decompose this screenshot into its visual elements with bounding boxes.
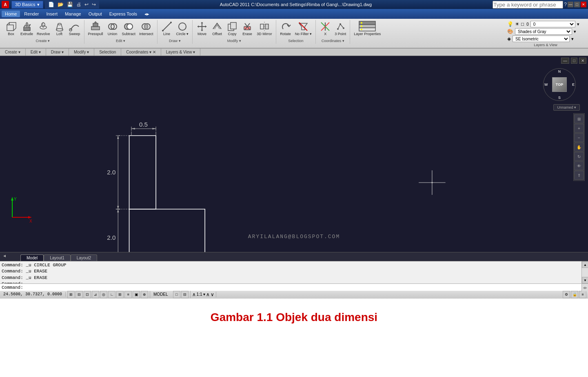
- menu-extra[interactable]: ◂▸: [141, 11, 153, 18]
- sweep-button[interactable]: Sweep: [68, 20, 82, 37]
- svg-text:X: X: [29, 219, 32, 223]
- menu-output[interactable]: Output: [85, 11, 105, 17]
- offset-button[interactable]: Offset: [210, 20, 224, 37]
- ribbon-group-create: Box Extrude: [2, 20, 84, 44]
- settings-icon[interactable]: ⚙: [563, 291, 570, 298]
- command-lines: Command: _u CIRCLE GROUP Command: _u ERA…: [0, 261, 588, 283]
- cmd-scroll-down[interactable]: ▼: [582, 277, 588, 283]
- line-button[interactable]: Line: [160, 20, 174, 37]
- union-button[interactable]: Union: [106, 20, 120, 37]
- restore-button[interactable]: □: [574, 2, 580, 7]
- rotate-icon: [280, 21, 291, 32]
- intersect-button[interactable]: Intersect: [138, 20, 155, 37]
- sel-cycling-icon[interactable]: ⊕: [141, 291, 148, 298]
- circle-button[interactable]: Circle ▾: [175, 20, 190, 37]
- canvas-close-button[interactable]: ✕: [579, 58, 586, 64]
- move-button[interactable]: Move: [195, 20, 209, 37]
- rb-selection[interactable]: Selection: [94, 49, 121, 56]
- subtract-button[interactable]: Subtract: [121, 20, 137, 37]
- tab-model[interactable]: Model: [20, 254, 44, 261]
- svg-text:Y: Y: [14, 197, 17, 201]
- sweep-label: Sweep: [69, 32, 80, 36]
- grid-icon[interactable]: ⊟: [75, 291, 83, 298]
- command-input[interactable]: [23, 285, 586, 290]
- rb-coordinates[interactable]: Coordinates ▾ ✕: [121, 49, 161, 56]
- box-icon: [5, 21, 17, 32]
- snap-icon[interactable]: ⊞: [67, 291, 75, 298]
- viewport-icon[interactable]: ⊟: [181, 291, 189, 298]
- otrack-icon[interactable]: ∟: [108, 291, 115, 298]
- menu-home[interactable]: Home: [2, 11, 20, 17]
- presspull-button[interactable]: Presspull: [87, 20, 104, 37]
- model-paper-icon[interactable]: □: [173, 291, 180, 298]
- nofilter-label: No Filter ▾: [295, 32, 312, 36]
- new-icon[interactable]: 📄: [47, 1, 55, 8]
- redo-icon[interactable]: ↪: [91, 1, 97, 8]
- layer-row-3: ◈ SE Isometric ▾: [507, 36, 584, 42]
- ortho-icon[interactable]: ⊡: [84, 291, 91, 298]
- revolve-icon: [38, 21, 49, 32]
- menu-express-tools[interactable]: Express Tools: [106, 11, 140, 17]
- print-icon[interactable]: 🖨: [75, 1, 82, 8]
- box-button[interactable]: Box: [4, 20, 18, 37]
- 3dmirror-button[interactable]: 3D Mirror: [255, 20, 273, 37]
- extrude-button[interactable]: Extrude: [19, 20, 34, 37]
- svg-marker-64: [117, 136, 119, 139]
- watermark: ARYILALANG@BLOGSPOT.COM: [248, 234, 340, 240]
- osnap-icon[interactable]: ◎: [100, 291, 107, 298]
- layer-properties-button[interactable]: Layer Properties: [353, 20, 382, 37]
- cmd-horiz-scrollbar[interactable]: ◁▷: [581, 284, 588, 291]
- help-icon[interactable]: ?: [563, 1, 568, 8]
- svg-point-10: [69, 29, 72, 31]
- rb-create[interactable]: Create ▾: [0, 49, 26, 56]
- loft-button[interactable]: Loft: [53, 20, 67, 37]
- ribbon-group-edit: Presspull Union Subtract: [84, 20, 158, 44]
- scale-icon3: ∨: [211, 292, 214, 297]
- search-input[interactable]: [493, 1, 563, 9]
- menu-insert[interactable]: Insert: [43, 11, 61, 17]
- rb-edit[interactable]: Edit ▾: [26, 49, 46, 56]
- 3point-button[interactable]: 3 Point: [333, 20, 347, 37]
- close-button[interactable]: ✕: [581, 2, 586, 7]
- nofilter-button[interactable]: No Filter ▾: [294, 20, 313, 37]
- layers-view-label: Layers & View: [507, 43, 584, 47]
- transparency-icon[interactable]: ▣: [133, 291, 140, 298]
- rb-modify[interactable]: Modify ▾: [69, 49, 94, 56]
- copy-button[interactable]: Copy: [225, 20, 239, 37]
- move-icon: [196, 21, 208, 32]
- custom-icon[interactable]: ≡: [579, 291, 586, 298]
- tab-layout1[interactable]: Layout1: [44, 254, 71, 261]
- layer-properties-icon: [358, 21, 376, 32]
- rb-draw[interactable]: Draw ▾: [46, 49, 69, 56]
- x-button[interactable]: X: [318, 20, 332, 37]
- menu-render[interactable]: Render: [21, 11, 42, 17]
- scale-label[interactable]: 1:1 ▾: [197, 292, 206, 297]
- menu-manage[interactable]: Manage: [62, 11, 84, 17]
- layer-select[interactable]: 0: [530, 21, 575, 27]
- ribbon-layer-buttons: Layer Properties: [353, 20, 382, 43]
- rotate-button[interactable]: Rotate: [279, 20, 293, 37]
- shades-select[interactable]: Shades of Gray: [515, 28, 572, 35]
- workspace-selector[interactable]: 3D Basics ▾: [11, 1, 43, 9]
- coordinates-group-label: Coordinates ▾: [316, 39, 350, 43]
- erase-button[interactable]: Erase: [240, 20, 254, 37]
- rb-layers-view[interactable]: Layers & View ▾: [161, 49, 201, 56]
- polar-icon[interactable]: ⊿: [92, 291, 99, 298]
- svg-rect-12: [93, 23, 98, 27]
- tab-scroll-left[interactable]: ◂: [2, 252, 7, 259]
- lineweight-icon[interactable]: ≡: [124, 291, 132, 298]
- minimize-button[interactable]: —: [568, 2, 573, 7]
- dynin-icon[interactable]: ⊞: [116, 291, 124, 298]
- lock-icon[interactable]: 🔒: [571, 291, 578, 298]
- isometric-select[interactable]: SE Isometric: [513, 36, 570, 42]
- command-scrollbar[interactable]: ▲ ▼: [581, 261, 588, 283]
- cmd-scroll-up[interactable]: ▲: [582, 261, 588, 268]
- tab-layout2[interactable]: Layout2: [71, 254, 98, 261]
- revolve-button[interactable]: Revolve: [36, 20, 51, 37]
- undo-icon[interactable]: ↩: [84, 1, 89, 8]
- open-icon[interactable]: 📂: [57, 1, 64, 8]
- save-icon[interactable]: 💾: [66, 1, 74, 8]
- canvas-restore-button[interactable]: □: [571, 58, 577, 64]
- command-input-bar: Command: ◁▷: [0, 283, 588, 291]
- canvas-minimize-button[interactable]: —: [561, 58, 569, 64]
